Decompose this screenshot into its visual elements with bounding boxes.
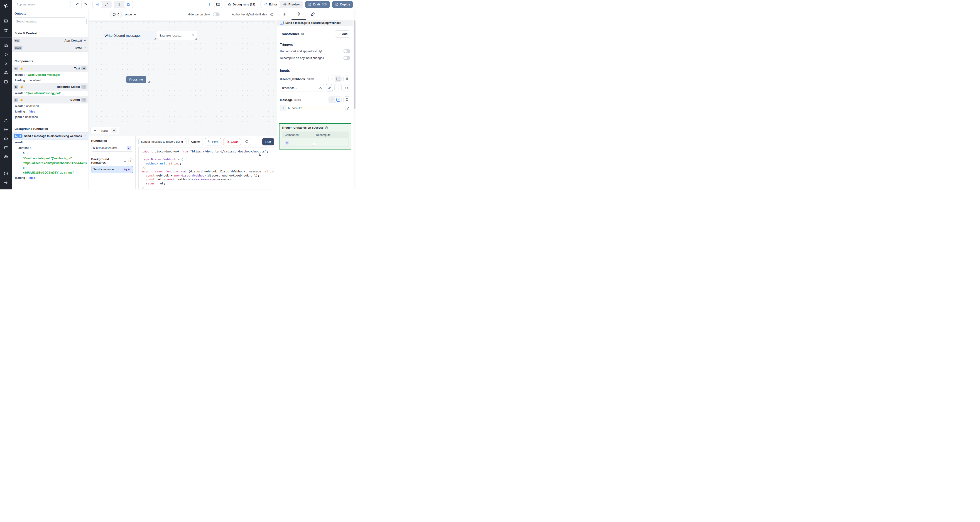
- tab-editor[interactable]: Editor: [261, 2, 280, 8]
- fork-button[interactable]: Fork: [205, 138, 221, 145]
- favorites-star-icon[interactable]: [0, 25, 12, 35]
- clear-x-icon[interactable]: [191, 34, 195, 37]
- output-row-state[interactable]: state State: [12, 44, 88, 52]
- resize-handle[interactable]: [148, 81, 150, 83]
- cache-button[interactable]: Cache: [188, 138, 203, 145]
- bug-icon: [228, 3, 231, 6]
- refresh-code-button[interactable]: [243, 138, 251, 145]
- triggers-title: Triggers: [280, 43, 350, 46]
- info-icon[interactable]: [325, 126, 328, 129]
- tab-component-settings[interactable]: [291, 9, 306, 20]
- zoom-in-button[interactable]: +: [111, 128, 117, 134]
- draft-button[interactable]: Draft ⌘S: [305, 1, 330, 8]
- static-mode-button[interactable]: [329, 97, 335, 103]
- press-me-button[interactable]: Press me: [126, 76, 146, 83]
- static-mode-button[interactable]: [329, 76, 335, 82]
- schedules-icon[interactable]: [0, 77, 12, 86]
- desktop-view-button[interactable]: [124, 2, 133, 8]
- resource-select-component[interactable]: Example resou...: [157, 30, 197, 40]
- search-icon[interactable]: [124, 159, 127, 162]
- resources-icon[interactable]: [0, 68, 12, 77]
- scrollbar[interactable]: [353, 9, 356, 189]
- info-icon[interactable]: [270, 13, 274, 16]
- windmill-logo-icon[interactable]: [3, 2, 9, 10]
- eval-mode-button[interactable]: f: [335, 97, 341, 103]
- run-on-start-toggle[interactable]: [344, 49, 350, 53]
- audit-eye-icon[interactable]: [0, 152, 12, 161]
- search-outputs-input[interactable]: [14, 18, 87, 25]
- runnable-header: f Send a message to discord using webhoo…: [277, 20, 353, 26]
- runs-icon[interactable]: [0, 50, 12, 59]
- mobile-view-button[interactable]: [115, 2, 123, 8]
- resize-handle[interactable]: [154, 38, 156, 40]
- save-icon: [308, 3, 312, 6]
- editor-preview-segment: Editor Preview: [261, 1, 303, 8]
- collapse-chevron-up-icon[interactable]: [81, 67, 86, 70]
- scrollbar-thumb[interactable]: [354, 21, 355, 109]
- runnable-item[interactable]: hub/1511/discord/se... c: [91, 145, 133, 151]
- add-background-runnable-button[interactable]: +: [128, 158, 133, 163]
- info-icon[interactable]: [319, 50, 322, 53]
- collapse-chevron-up-icon[interactable]: [81, 98, 86, 102]
- collapse-chevron-up-icon[interactable]: [81, 85, 86, 89]
- folders-icon[interactable]: [0, 143, 12, 152]
- app-summary-input[interactable]: [14, 1, 71, 8]
- copy-code-icon[interactable]: [258, 153, 262, 157]
- deploy-button[interactable]: Deploy: [332, 1, 353, 8]
- output-row-ctx[interactable]: ctx App Context: [12, 37, 88, 44]
- code-editor[interactable]: import discordwebhook from "https://deno…: [138, 147, 274, 189]
- tab-insert-component[interactable]: [277, 9, 291, 20]
- runnable-name-input[interactable]: [138, 138, 186, 145]
- edit-resource-button[interactable]: [326, 84, 333, 91]
- input-type: object: [307, 77, 314, 81]
- hide-bar-toggle[interactable]: [213, 13, 220, 16]
- text-component[interactable]: Write Discord message:: [103, 31, 156, 40]
- tab-styling[interactable]: [306, 9, 320, 20]
- schedule-dropdown[interactable]: once: [125, 13, 137, 16]
- app-canvas[interactable]: Write Discord message: Example resou... …: [89, 20, 277, 136]
- center-layout-button[interactable]: [92, 2, 102, 8]
- preview-label: Preview: [288, 3, 299, 6]
- redo-button[interactable]: ↷: [81, 1, 90, 8]
- collapse-rail-icon[interactable]: [0, 178, 12, 187]
- eval-mode-button[interactable]: f: [335, 76, 341, 82]
- workers-robot-icon[interactable]: [0, 134, 12, 143]
- clear-button[interactable]: Clear: [223, 138, 241, 145]
- home-icon[interactable]: [0, 41, 12, 50]
- docs-book-button[interactable]: [214, 1, 222, 8]
- more-menu-kebab[interactable]: ⋮: [207, 3, 212, 6]
- reload-resource-button[interactable]: [343, 84, 350, 91]
- refresh-count-button[interactable]: 0: [110, 11, 122, 18]
- tab-preview[interactable]: Preview: [280, 2, 302, 8]
- undo-button[interactable]: ↶: [73, 1, 81, 8]
- edit-pencil-icon[interactable]: [84, 135, 86, 137]
- settings-gear-icon[interactable]: [0, 125, 12, 134]
- add-transformer-button[interactable]: Add: [335, 30, 350, 38]
- resize-handle[interactable]: [195, 38, 197, 40]
- help-icon[interactable]: [0, 169, 12, 178]
- recompute-toggle[interactable]: [344, 56, 350, 60]
- variables-icon[interactable]: [0, 59, 12, 68]
- add-resource-button[interactable]: [334, 84, 342, 91]
- expand-editor-icon[interactable]: [345, 106, 350, 111]
- input-message: message string f: [280, 96, 350, 103]
- app-grid-container[interactable]: Write Discord message: Example resou... …: [89, 22, 275, 85]
- background-runnable-item-selected[interactable]: Send a message... bg_0: [91, 166, 133, 173]
- message-expr-editor[interactable]: 1 b.result: [280, 105, 350, 111]
- info-icon[interactable]: [301, 32, 304, 36]
- run-button[interactable]: Run: [262, 138, 274, 145]
- background-runnable-row[interactable]: bg_0 Send a message to discord using web…: [12, 132, 88, 140]
- debug-runs-button[interactable]: Debug runs (23): [224, 1, 258, 8]
- workspace-icon[interactable]: [0, 17, 12, 25]
- schedule-value: once: [125, 13, 132, 16]
- component-row-b[interactable]: b ☝ Resource Select: [12, 83, 88, 91]
- resource-picker[interactable]: u/henri/te...: [280, 84, 325, 91]
- connect-plug-button[interactable]: [344, 96, 350, 103]
- component-row-a[interactable]: a ☝ Text: [12, 65, 88, 72]
- users-icon[interactable]: [0, 116, 12, 125]
- connect-plug-button[interactable]: [344, 76, 350, 82]
- clear-x-icon[interactable]: [319, 86, 322, 89]
- fullscreen-layout-button[interactable]: [102, 2, 111, 8]
- component-row-c[interactable]: c ☝ Button: [12, 96, 88, 103]
- zoom-out-button[interactable]: −: [92, 128, 98, 134]
